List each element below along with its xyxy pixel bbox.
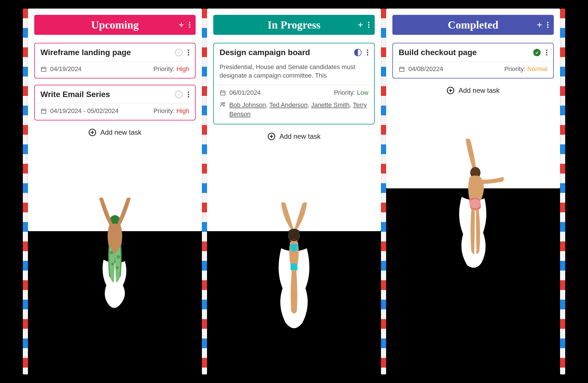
priority-label: Priority:	[153, 65, 177, 72]
svg-point-34	[367, 54, 368, 56]
column-inprogress: In Progress Design campaign board Presid…	[207, 9, 381, 231]
plus-circle-icon	[447, 86, 455, 94]
priority-value: High	[177, 107, 189, 114]
column-upcoming: Upcoming Wireframe landing page	[28, 9, 202, 231]
svg-point-50	[547, 24, 549, 26]
plus-circle-icon	[267, 132, 275, 140]
status-empty-icon[interactable]	[175, 49, 183, 56]
people-icon	[220, 101, 226, 108]
svg-point-44	[288, 229, 300, 242]
svg-point-52	[546, 50, 548, 51]
svg-point-32	[367, 50, 368, 51]
task-description: Presidential, House and Senate candidate…	[214, 58, 374, 85]
column-title: Upcoming	[91, 19, 139, 31]
add-task-button[interactable]: Add new task	[392, 86, 554, 94]
priority-label: Priority:	[334, 89, 357, 96]
svg-point-14	[188, 96, 189, 98]
add-task-label: Add new task	[459, 86, 500, 94]
column-title: Completed	[448, 19, 498, 31]
swimmer-illustration	[265, 197, 323, 340]
task-title: Wireframe landing page	[40, 48, 131, 57]
svg-point-5	[188, 50, 189, 51]
task-card[interactable]: Wireframe landing page 04/19/2024 Priori…	[34, 43, 196, 78]
status-empty-icon[interactable]	[175, 91, 183, 98]
svg-point-29	[368, 22, 370, 23]
svg-point-3	[189, 24, 190, 26]
calendar-icon	[40, 108, 47, 114]
svg-point-4	[189, 27, 190, 28]
add-task-button[interactable]: Add new task	[213, 132, 375, 140]
lane-divider	[560, 9, 565, 374]
task-people: Bob Johnson, Ted Anderson, Janette Smith…	[229, 100, 368, 119]
svg-point-25	[111, 263, 114, 265]
svg-point-26	[116, 266, 119, 269]
task-title: Build checkout page	[399, 48, 477, 57]
svg-point-13	[188, 94, 189, 95]
svg-point-39	[221, 103, 223, 104]
add-card-icon[interactable]	[357, 21, 364, 28]
add-task-label: Add new task	[279, 132, 321, 140]
task-date: 04/19/2024	[50, 65, 82, 73]
card-menu-icon[interactable]	[188, 49, 189, 56]
svg-point-2	[189, 22, 190, 23]
priority-value: Low	[357, 89, 368, 96]
column-menu-icon[interactable]	[368, 22, 370, 28]
svg-point-40	[223, 102, 225, 104]
svg-point-51	[547, 27, 549, 28]
svg-point-30	[368, 24, 370, 26]
svg-point-31	[368, 27, 370, 28]
priority-value: High	[177, 65, 189, 72]
priority-label: Priority:	[504, 65, 527, 72]
add-task-button[interactable]: Add new task	[34, 128, 196, 136]
lane-divider	[381, 9, 386, 374]
priority-label: Priority:	[153, 107, 177, 114]
svg-point-45	[291, 236, 293, 237]
column-header-upcoming: Upcoming	[34, 15, 196, 35]
swimmer-illustration	[436, 137, 510, 274]
priority-value: Normal	[527, 65, 548, 72]
svg-point-7	[188, 54, 189, 56]
column-header-inprogress: In Progress	[213, 15, 375, 35]
task-title: Design campaign board	[220, 48, 310, 57]
task-card[interactable]: Write Email Series 04/19/2024 - 05/02/20…	[34, 85, 196, 120]
column-menu-icon[interactable]	[547, 22, 549, 28]
column-title: In Progress	[267, 19, 320, 31]
svg-point-62	[470, 167, 480, 178]
task-title: Write Email Series	[40, 90, 110, 99]
task-card[interactable]: Design campaign board Presidential, Hous…	[213, 43, 375, 124]
svg-point-23	[110, 251, 113, 254]
task-date: 04/19/2024 - 05/02/2024	[50, 107, 119, 115]
card-menu-icon[interactable]	[367, 49, 368, 56]
card-menu-icon[interactable]	[546, 49, 548, 56]
column-header-completed: Completed	[392, 15, 554, 35]
status-done-icon[interactable]	[533, 49, 541, 56]
swimmer-illustration	[86, 188, 143, 311]
svg-point-12	[188, 92, 189, 93]
task-card[interactable]: Build checkout page 04/08/20224 Priority…	[392, 43, 554, 78]
svg-point-46	[295, 236, 297, 237]
svg-point-22	[109, 215, 121, 229]
task-date: 06/01/2024	[229, 89, 261, 96]
task-date: 04/08/20224	[408, 65, 443, 73]
column-completed: Completed Build checkout page	[386, 9, 560, 188]
svg-rect-15	[41, 109, 46, 114]
svg-point-53	[546, 52, 548, 53]
svg-rect-35	[220, 91, 225, 95]
calendar-icon	[220, 90, 226, 96]
svg-rect-8	[41, 67, 46, 72]
svg-point-54	[546, 54, 548, 56]
add-card-icon[interactable]	[536, 21, 543, 28]
column-menu-icon[interactable]	[189, 22, 190, 28]
calendar-icon	[399, 66, 405, 72]
svg-rect-55	[400, 67, 404, 72]
card-menu-icon[interactable]	[188, 91, 189, 98]
calendar-icon	[40, 66, 47, 72]
add-card-icon[interactable]	[178, 21, 185, 28]
svg-point-49	[547, 22, 549, 23]
svg-point-6	[188, 52, 189, 53]
lane-divider	[202, 9, 207, 374]
lane-divider	[23, 9, 28, 374]
plus-circle-icon	[88, 128, 96, 136]
status-half-icon[interactable]	[354, 49, 362, 56]
svg-point-24	[117, 255, 120, 259]
